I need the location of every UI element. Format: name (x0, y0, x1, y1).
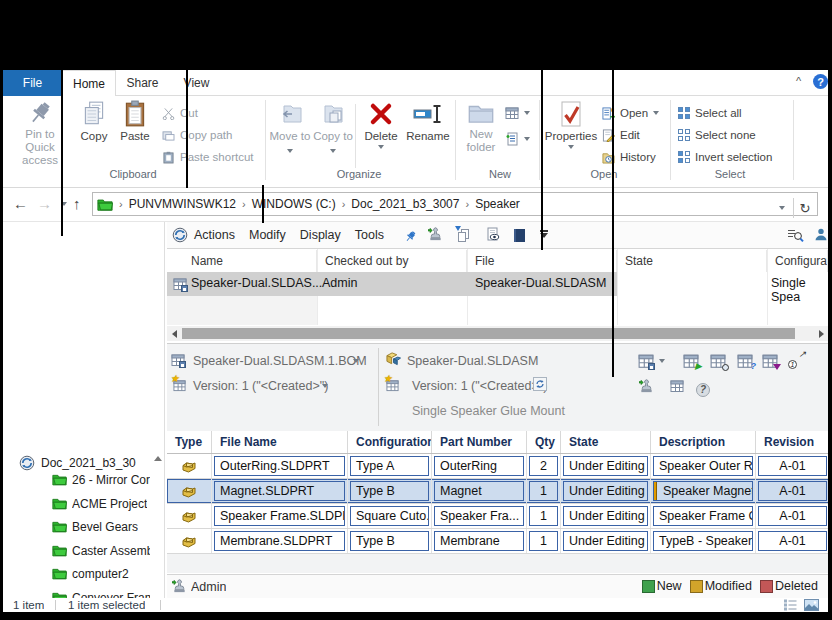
bom-cell-value[interactable]: Type B (350, 531, 429, 551)
bom-grid-view-icon[interactable] (670, 379, 684, 393)
select-all-button[interactable]: Select all (678, 104, 742, 122)
forward-icon[interactable]: → (37, 195, 52, 212)
tab-file[interactable]: File (3, 70, 62, 96)
file-list-column-header[interactable]: File (467, 250, 617, 272)
tab-home[interactable]: Home (62, 70, 116, 97)
file-list-column-header[interactable]: Name (167, 250, 317, 272)
bom-cell-value[interactable]: Magnet (434, 481, 524, 501)
tree-item[interactable]: 26 - Mirror Cor (3, 469, 150, 490)
bom-column-header[interactable]: Description (651, 431, 756, 453)
bom-cell-value[interactable]: OuterRing.SLDPRT (214, 456, 345, 476)
copy-to-button[interactable]: Copy to (312, 98, 354, 156)
invert-selection-button[interactable]: Invert selection (678, 148, 772, 166)
bom-save-icon[interactable] (638, 353, 654, 369)
help-icon[interactable]: ? (813, 74, 828, 89)
bom-column-header[interactable]: State (561, 431, 651, 453)
bom-column-header[interactable]: Part Number (432, 431, 527, 453)
copy-button[interactable]: Copy (75, 98, 113, 143)
bom-cell-value[interactable]: Magnet.SLDPRT (214, 481, 345, 501)
bom-column-header[interactable]: Qty (527, 431, 561, 453)
reference-book-icon[interactable] (514, 229, 525, 242)
paste-button[interactable]: Paste (115, 98, 155, 143)
bom-cell-value[interactable]: Speaker Frame Glu... (653, 506, 753, 526)
scrollbar-thumb[interactable] (182, 328, 795, 339)
bom-version[interactable]: Version: 1 ("<Created>") (193, 379, 328, 393)
file-list-column-header[interactable]: Configurat (767, 250, 828, 272)
bom-cell-value[interactable]: Under Editing (563, 481, 648, 501)
breadcrumb-item[interactable]: Speaker (473, 197, 522, 211)
bom-help-icon[interactable]: ? (696, 379, 712, 395)
checkin-icon[interactable] (428, 227, 443, 242)
back-icon[interactable]: ← (13, 195, 28, 212)
select-none-button[interactable]: Select none (678, 126, 756, 144)
menu-modify[interactable]: Modify (249, 228, 286, 242)
bom-cell-value[interactable]: OuterRing (434, 456, 524, 476)
breadcrumb-item[interactable]: Doc_2021_b3_3007 (349, 197, 461, 211)
bom-column-header[interactable]: Configuration (348, 431, 432, 453)
bom-cell-value[interactable]: Speaker Magnets (653, 481, 753, 501)
scroll-left-icon[interactable] (169, 329, 179, 338)
bom-cell-value[interactable]: 2 (529, 456, 558, 476)
bom-cell-value[interactable]: Under Editing (563, 531, 648, 551)
tree-item[interactable]: Caster Assemb (3, 540, 150, 561)
cut-button[interactable]: Cut (161, 104, 198, 122)
bom-column-header[interactable]: File Name (212, 431, 348, 453)
move-to-button[interactable]: Move to (269, 98, 311, 156)
bom-column-header[interactable]: Type (167, 431, 212, 453)
delete-button[interactable]: Delete (359, 98, 403, 149)
bom-export-icon[interactable]: ▶ (683, 353, 699, 369)
bom-cell-value[interactable]: A-01 (758, 506, 827, 526)
easy-access-button[interactable] (505, 104, 530, 122)
bom-cell-value[interactable]: Type A (350, 456, 429, 476)
bom-cell-value[interactable]: A-01 (758, 456, 827, 476)
up-icon[interactable]: ↑ (73, 195, 81, 212)
bom-cell-value[interactable]: 1 (529, 506, 558, 526)
bom-cell-value[interactable]: Type B (350, 481, 429, 501)
bom-row[interactable]: Magnet.SLDPRTType BMagnet1Under EditingS… (167, 479, 830, 504)
bom-cell-value[interactable]: Speaker Frame.SLDPRT (214, 506, 345, 526)
edit-button[interactable]: Edit (601, 126, 640, 144)
bom-cell-value[interactable]: 1 (529, 531, 558, 551)
thumbnail-view-icon[interactable] (804, 599, 819, 613)
file-list-column-header[interactable]: Checked out by (317, 250, 467, 272)
bom-properties-icon[interactable]: ? (737, 353, 753, 369)
refresh-version-icon[interactable] (533, 377, 547, 391)
open-button[interactable]: Open (601, 104, 659, 122)
bom-row[interactable]: Membrane.SLDPRTType BMembrane1Under Edit… (167, 529, 830, 554)
bom-title[interactable]: Speaker-Dual.SLDASM.1.BOM (193, 354, 367, 368)
bom-title-dropdown-icon[interactable] (353, 359, 359, 363)
bom-find-icon[interactable] (710, 353, 726, 369)
bom-save-dropdown-icon[interactable] (659, 359, 665, 363)
search-icon[interactable] (786, 227, 804, 243)
bom-cell-value[interactable]: Membrane (434, 531, 524, 551)
file-list-column-header[interactable]: State (617, 250, 767, 272)
bom-row[interactable]: OuterRing.SLDPRTType AOuterRing2Under Ed… (167, 454, 830, 479)
collapse-ribbon-icon[interactable]: ^ (796, 75, 801, 87)
bom-checkin-icon[interactable] (639, 379, 654, 394)
bom-version-dropdown-icon[interactable] (322, 384, 328, 388)
bom-cell-value[interactable]: Square Cuto... (350, 506, 429, 526)
breadcrumb-item[interactable]: PUNVMWINSWK12 (127, 197, 238, 211)
bom-cell-value[interactable]: Speaker Outer Ring (653, 456, 753, 476)
copy-path-button[interactable]: Copy path (161, 126, 232, 144)
bom-cell-value[interactable]: Speaker Fra... (434, 506, 524, 526)
pin-toolbar-icon[interactable] (404, 229, 417, 242)
refresh-icon[interactable]: ↻ (794, 201, 816, 216)
tree-scroll-up-icon[interactable] (152, 452, 163, 464)
menu-tools[interactable]: Tools (355, 228, 384, 242)
address-dropdown-icon[interactable] (779, 206, 785, 210)
rename-button[interactable]: Rename (403, 98, 453, 143)
menu-display[interactable]: Display (300, 228, 341, 242)
bom-row[interactable]: Speaker Frame.SLDPRTSquare Cuto...Speake… (167, 504, 830, 529)
tab-view[interactable]: View (169, 70, 224, 96)
menu-actions[interactable]: Actions (194, 228, 235, 242)
bom-cell-value[interactable]: 1 (529, 481, 558, 501)
tab-share[interactable]: Share (116, 70, 169, 96)
bom-cell-value[interactable]: A-01 (758, 481, 827, 501)
properties-button[interactable]: Properties (545, 98, 597, 149)
file-row[interactable]: Speaker-Dual.SLDAS... Admin Speaker-Dual… (167, 272, 828, 296)
address-bar[interactable]: ›PUNVMWINSWK12›WINDOWS (C:)›Doc_2021_b3_… (92, 192, 818, 216)
bom-cell-value[interactable]: TypeB - Speaker M... (653, 531, 753, 551)
horizontal-scrollbar[interactable] (167, 326, 828, 341)
bom-cell-value[interactable]: Under Editing (563, 506, 648, 526)
